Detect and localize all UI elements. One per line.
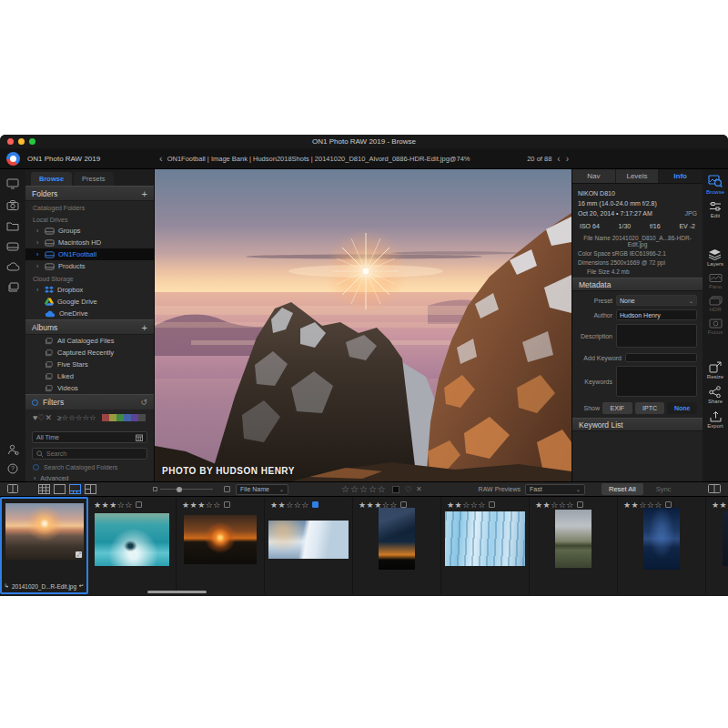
chevron-right-icon[interactable]: › [36, 251, 41, 258]
folder-row-on1football[interactable]: › ON1Football [25, 248, 154, 260]
color-swatch-purple[interactable] [131, 414, 138, 421]
thumbnail-cell[interactable]: ★★★☆☆ [353, 497, 441, 594]
detail-view-icon[interactable] [54, 484, 66, 495]
reject-x-icon[interactable]: ✕ [416, 485, 422, 493]
chevron-right-icon[interactable]: › [36, 239, 41, 246]
thumbnail-cell[interactable]: ★★☆☆☆ [618, 497, 706, 594]
breadcrumb[interactable]: ON1Football | Image Bank | Hudson2018Sho… [167, 155, 470, 163]
raw-previews-select[interactable]: Fast ⌄ [525, 484, 585, 495]
camera-icon[interactable] [6, 200, 19, 210]
thumbnail-selected[interactable]: ⤢ ↳ 20141020_D...R-Edit.jpg ↵ [0, 497, 88, 594]
tab-nav[interactable]: Nav [572, 169, 616, 183]
star-filter[interactable]: ≥☆☆☆☆☆ [57, 413, 96, 422]
color-swatch-yellow[interactable] [109, 414, 116, 421]
thumb-image-alvord[interactable]: ⤢ [5, 503, 84, 560]
add-keyword-field[interactable] [625, 353, 697, 362]
thumb-color-checkbox[interactable] [665, 501, 672, 508]
color-label-filters[interactable] [102, 414, 146, 421]
chevron-right-icon[interactable]: › [36, 263, 41, 269]
module-focus[interactable]: Focus [708, 318, 723, 335]
show-exif-button[interactable]: EXIF [602, 402, 632, 414]
next-photo-button[interactable]: › [566, 154, 569, 164]
thumb-image-partial[interactable] [723, 511, 728, 566]
thumb-image-ocean-sunset[interactable] [184, 515, 257, 564]
thumbnail-cell[interactable]: ★★☆☆☆ [265, 497, 353, 594]
thumb-color-checkbox[interactable] [489, 501, 495, 508]
module-pano[interactable]: Pano [709, 273, 723, 289]
thumbnail-cell-partial[interactable]: ★★ [706, 497, 728, 594]
cloud-row-google-drive[interactable]: Google Drive [25, 296, 154, 308]
thumbnail-cell[interactable]: ★★☆☆☆ [530, 497, 618, 594]
tab-info[interactable]: Info [659, 169, 703, 183]
filename-checkbox[interactable] [224, 486, 230, 492]
filmstrip-view-icon[interactable] [69, 484, 81, 495]
color-label-swatch[interactable] [392, 486, 399, 493]
thumbnail-size-slider[interactable] [153, 487, 213, 491]
filters-toggle-icon[interactable] [32, 399, 38, 406]
dual-display-icon[interactable] [708, 484, 721, 494]
thumbnail-cell[interactable]: ★★☆☆☆ [441, 497, 530, 594]
chevron-right-icon[interactable]: › [36, 228, 41, 234]
album-row-liked[interactable]: Liked [25, 370, 154, 382]
advanced-disclosure[interactable]: › Advanced [25, 470, 154, 481]
photo-preview[interactable]: PHOTO BY HUDSON HENRY [155, 169, 571, 481]
thumb-image-mountain-tree[interactable] [555, 510, 592, 568]
thumb-rating[interactable]: ★★ [712, 500, 727, 510]
thumb-color-checkbox[interactable] [136, 501, 142, 508]
cloud-icon[interactable] [6, 262, 20, 271]
account-icon[interactable] [7, 444, 19, 456]
thumb-color-checkbox[interactable] [224, 501, 230, 508]
thumb-color-checkbox[interactable] [400, 501, 407, 508]
thumb-rating[interactable]: ★★☆☆☆ [447, 500, 486, 510]
add-album-icon[interactable]: + [142, 322, 147, 333]
preset-select[interactable]: None ⌄ [616, 295, 697, 306]
thumb-image-glacier[interactable] [445, 511, 525, 566]
thumb-color-label-blue[interactable] [312, 501, 318, 508]
prev-photo-button[interactable]: ‹ [557, 154, 560, 164]
author-field[interactable]: Hudson Henry [616, 309, 697, 320]
breadcrumb-back-icon[interactable]: ‹ [159, 153, 163, 164]
folder-row-products[interactable]: › Products [25, 260, 154, 272]
desktop-icon[interactable] [6, 178, 19, 189]
tab-browse[interactable]: Browse [31, 172, 72, 186]
like-heart-icon[interactable]: ♡ [405, 485, 412, 494]
module-export[interactable]: Export [707, 410, 723, 429]
reset-all-button[interactable]: Reset All [602, 483, 643, 495]
thumb-image-snow-pano[interactable] [268, 521, 349, 559]
drive-icon[interactable] [6, 242, 19, 251]
module-browse[interactable]: Browse [706, 175, 724, 195]
cloud-row-dropbox[interactable]: › Dropbox [25, 284, 154, 296]
module-hdr[interactable]: HDR [709, 296, 723, 312]
color-swatch-green[interactable] [116, 414, 124, 421]
slider-handle[interactable] [177, 487, 182, 492]
description-field[interactable] [616, 324, 697, 348]
color-swatch-red[interactable] [102, 414, 109, 421]
thumb-rating[interactable]: ★★★☆☆ [94, 500, 133, 510]
album-row-all-cataloged[interactable]: All Cataloged Files [25, 335, 154, 347]
search-input[interactable]: Search [32, 448, 147, 460]
thumb-rating[interactable]: ★★★☆☆ [182, 500, 221, 510]
thumb-image-surfer[interactable] [95, 513, 169, 566]
show-iptc-button[interactable]: IPTC [635, 402, 665, 414]
module-resize[interactable]: Resize [707, 361, 723, 379]
filmstrip-scrollbar[interactable] [147, 591, 207, 593]
thumb-image-night-sky[interactable] [379, 508, 415, 570]
module-layers[interactable]: Layers [707, 248, 723, 267]
keyword-list-header[interactable]: Keyword List [572, 418, 703, 431]
keywords-field[interactable] [616, 366, 697, 397]
filters-reset-icon[interactable]: ↺ [140, 398, 147, 407]
help-icon[interactable]: ? [7, 463, 18, 474]
search-cataloged-checkbox[interactable]: Search Cataloged Folders [25, 460, 154, 470]
sync-button[interactable]: Sync [649, 483, 679, 495]
folder-row-macintosh-hd[interactable]: › Macintosh HD [25, 237, 154, 248]
add-folder-icon[interactable]: + [142, 188, 147, 199]
album-row-videos[interactable]: Videos [25, 382, 154, 394]
cloud-row-onedrive[interactable]: OneDrive [25, 308, 154, 319]
folders-header[interactable]: Folders + [25, 186, 154, 201]
folder-icon[interactable] [6, 221, 19, 231]
chevron-right-icon[interactable]: › [36, 287, 41, 293]
albums-header[interactable]: Albums + [25, 319, 154, 335]
rating-stars[interactable]: ☆☆☆☆☆ [341, 484, 387, 494]
thumb-rating[interactable]: ★★☆☆☆ [270, 500, 309, 510]
filename-select[interactable]: File Name ⌄ [236, 484, 288, 495]
